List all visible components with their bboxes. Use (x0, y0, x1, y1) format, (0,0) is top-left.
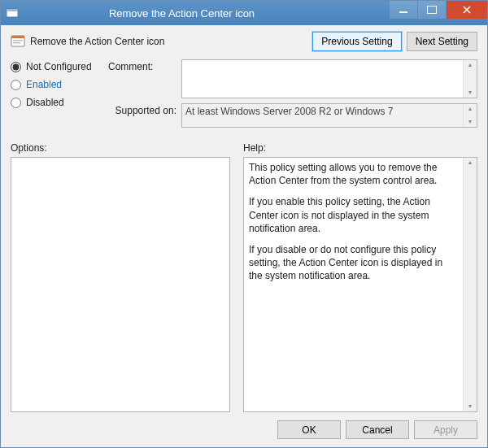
dialog-content: Remove the Action Center icon Previous S… (1, 25, 487, 447)
radio-not-configured-label: Not Configured (26, 61, 92, 72)
close-button[interactable] (447, 1, 487, 19)
header-row: Remove the Action Center icon Previous S… (11, 32, 477, 51)
next-setting-button[interactable]: Next Setting (407, 32, 477, 51)
options-label: Options: (11, 142, 230, 154)
window-controls (389, 1, 487, 25)
help-paragraph: If you disable or do not configure this … (249, 243, 458, 283)
cancel-button[interactable]: Cancel (346, 420, 409, 439)
options-column: Options: (11, 142, 230, 412)
help-box: This policy setting allows you to remove… (243, 157, 477, 412)
ok-button[interactable]: OK (277, 420, 341, 439)
svg-rect-7 (13, 42, 20, 44)
radio-enabled-label: Enabled (26, 79, 62, 90)
app-icon (6, 7, 19, 20)
page-title: Remove the Action Center icon (30, 36, 307, 47)
window-title: Remove the Action Center icon (24, 7, 389, 20)
help-scrollbar[interactable]: ▴▾ (463, 158, 477, 411)
radio-enabled[interactable]: Enabled (11, 79, 108, 90)
supported-label: Supported on: (108, 103, 181, 128)
state-radio-group: Not Configured Enabled Disabled (11, 59, 108, 115)
options-content (11, 158, 229, 411)
options-box (11, 157, 230, 412)
previous-setting-button[interactable]: Previous Setting (312, 32, 401, 51)
comment-label: Comment: (108, 59, 181, 98)
svg-rect-1 (7, 9, 18, 11)
svg-rect-6 (13, 40, 23, 41)
config-row: Not Configured Enabled Disabled Comment:… (11, 59, 477, 133)
supported-scrollbar[interactable]: ▴▾ (463, 104, 477, 127)
comment-value[interactable] (182, 60, 463, 98)
radio-disabled[interactable]: Disabled (11, 97, 108, 108)
help-label: Help: (243, 142, 477, 154)
help-paragraph: This policy setting allows you to remove… (249, 161, 458, 187)
lower-panels: Options: Help: This policy setting allow… (11, 142, 477, 412)
radio-disabled-label: Disabled (26, 97, 64, 108)
apply-button[interactable]: Apply (414, 420, 477, 439)
fields-column: Comment: ▴▾ Supported on: At least Windo… (108, 59, 477, 133)
radio-enabled-input[interactable] (11, 80, 21, 90)
comment-field[interactable]: ▴▾ (181, 59, 477, 98)
radio-not-configured-input[interactable] (11, 62, 21, 72)
help-paragraph: If you enable this policy setting, the A… (249, 195, 458, 235)
radio-not-configured[interactable]: Not Configured (11, 61, 108, 72)
supported-value: At least Windows Server 2008 R2 or Windo… (182, 104, 463, 127)
svg-rect-5 (11, 36, 24, 38)
policy-icon (11, 34, 25, 49)
minimize-button[interactable] (390, 1, 417, 19)
supported-row: Supported on: At least Windows Server 20… (108, 103, 477, 128)
help-content: This policy setting allows you to remove… (244, 158, 463, 411)
comment-scrollbar[interactable]: ▴▾ (463, 60, 477, 98)
radio-disabled-input[interactable] (11, 98, 21, 108)
dialog-footer: OK Cancel Apply (11, 420, 477, 439)
title-bar: Remove the Action Center icon (1, 1, 487, 25)
maximize-button[interactable] (418, 1, 446, 19)
comment-row: Comment: ▴▾ (108, 59, 477, 98)
supported-field: At least Windows Server 2008 R2 or Windo… (181, 103, 477, 128)
help-column: Help: This policy setting allows you to … (243, 142, 477, 412)
